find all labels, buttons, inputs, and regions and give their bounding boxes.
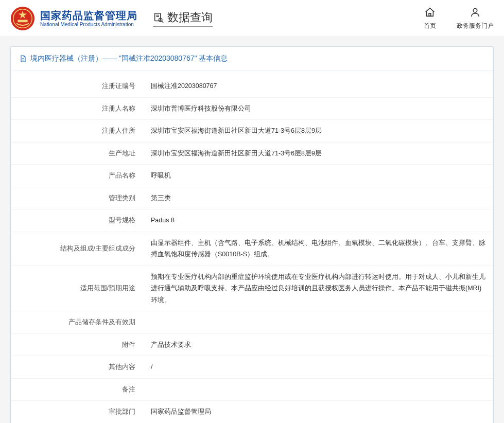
user-icon	[470, 7, 481, 20]
row-value	[145, 311, 493, 334]
row-label: 产品名称	[11, 165, 145, 187]
svg-rect-4	[155, 13, 161, 21]
nav-service-portal[interactable]: 政务服务门户	[457, 7, 494, 30]
row-value: 产品技术要求	[145, 333, 493, 356]
row-label: 管理类别	[11, 187, 145, 209]
data-query-heading: 数据查询	[153, 10, 213, 27]
nav-home[interactable]: 首页	[424, 7, 436, 30]
table-row: 结构及组成/主要组成成分由显示器组件、主机（含气路、电子系统、机械结构、电池组件…	[11, 232, 493, 266]
row-value: 由显示器组件、主机（含气路、电子系统、机械结构、电池组件、血氧模块、二氧化碳模块…	[145, 232, 493, 266]
row-value: 呼吸机	[145, 165, 493, 187]
row-value: /	[145, 356, 493, 379]
logo-block: 国家药品监督管理局 National Medical Products Admi…	[10, 6, 137, 31]
nav-home-label: 首页	[424, 22, 436, 30]
row-value-text: 第三类	[151, 195, 171, 202]
row-value: 国械注准20203080767	[145, 75, 493, 97]
row-label: 生产地址	[11, 142, 145, 165]
nav-portal-label: 政务服务门户	[457, 22, 494, 30]
search-document-icon	[153, 12, 164, 23]
table-row: 附件产品技术要求	[11, 333, 493, 356]
query-label: 数据查询	[167, 10, 213, 25]
row-label-text: 适用范围/预期用途	[80, 285, 135, 292]
org-name-cn: 国家药品监督管理局	[40, 9, 137, 22]
row-label: 其他内容	[11, 356, 145, 379]
row-value	[145, 378, 493, 401]
row-label-text: 产品名称	[109, 172, 135, 179]
row-value-text: /	[151, 363, 152, 371]
row-label-text: 附件	[122, 341, 135, 348]
content-panel: 境内医疗器械（注册）—— "国械注准20203080767" 基本信息 注册证编…	[10, 46, 494, 423]
row-label: 注册证编号	[11, 75, 145, 97]
row-label-text: 生产地址	[109, 150, 135, 157]
header-left: 国家药品监督管理局 National Medical Products Admi…	[10, 6, 213, 31]
row-value-text: 国械注准20203080767	[151, 82, 217, 90]
svg-point-10	[473, 8, 477, 12]
row-label: 适用范围/预期用途	[11, 266, 145, 311]
page-title: 境内医疗器械（注册）—— "国械注准20203080767" 基本信息	[30, 54, 228, 63]
svg-point-0	[11, 6, 34, 30]
row-value: 深圳市宝安区福海街道新田社区新田大道71-3号6层8层9层	[145, 120, 493, 143]
row-label-text: 备注	[122, 386, 135, 393]
row-label: 附件	[11, 333, 145, 356]
svg-rect-9	[429, 13, 431, 16]
row-label: 注册人住所	[11, 120, 145, 143]
site-header: 国家药品监督管理局 National Medical Products Admi…	[0, 0, 504, 37]
row-value-text: 产品技术要求	[151, 341, 191, 348]
row-value-text: 预期在专业医疗机构内部的重症监护环境使用或在专业医疗机构内部进行转运时使用。用于…	[151, 273, 485, 304]
row-value-text: 由显示器组件、主机（含气路、电子系统、机械结构、电池组件、血氧模块、二氧化碳模块…	[151, 239, 485, 258]
row-value: 预期在专业医疗机构内部的重症监护环境使用或在专业医疗机构内部进行转运时使用。用于…	[145, 266, 493, 311]
row-value: Padus 8	[145, 209, 493, 232]
document-icon	[19, 55, 27, 63]
row-label-text: 型号规格	[109, 217, 135, 224]
row-value-text: 深圳市普博医疗科技股份有限公司	[151, 105, 251, 112]
row-value-text: 国家药品监督管理局	[151, 408, 211, 415]
table-row: 其他内容/	[11, 356, 493, 379]
table-row: 审批部门国家药品监督管理局	[11, 401, 493, 424]
row-value: 第三类	[145, 187, 493, 209]
row-label: 备注	[11, 378, 145, 401]
row-value-text: Padus 8	[151, 217, 175, 224]
row-label: 产品储存条件及有效期	[11, 311, 145, 334]
table-row: 备注	[11, 378, 493, 401]
org-name-en: National Medical Products Administration	[40, 22, 137, 28]
table-row: 产品储存条件及有效期	[11, 311, 493, 334]
row-label-text: 注册证编号	[102, 82, 135, 90]
table-row: 注册人住所深圳市宝安区福海街道新田社区新田大道71-3号6层8层9层	[11, 120, 493, 143]
row-value: 国家药品监督管理局	[145, 401, 493, 424]
table-row: 适用范围/预期用途预期在专业医疗机构内部的重症监护环境使用或在专业医疗机构内部进…	[11, 266, 493, 311]
svg-rect-3	[18, 20, 27, 22]
row-label-text: 产品储存条件及有效期	[68, 319, 135, 326]
national-emblem-icon	[10, 6, 35, 31]
table-row: 产品名称呼吸机	[11, 165, 493, 187]
row-value-text: 深圳市宝安区福海街道新田社区新田大道71-3号6层8层9层	[151, 150, 322, 157]
org-names: 国家药品监督管理局 National Medical Products Admi…	[40, 9, 137, 28]
row-value-text: 深圳市宝安区福海街道新田社区新田大道71-3号6层8层9层	[151, 127, 322, 134]
row-value: 深圳市普博医疗科技股份有限公司	[145, 97, 493, 120]
svg-line-8	[162, 21, 163, 23]
top-nav: 首页 政务服务门户	[424, 7, 494, 30]
row-label-text: 管理类别	[109, 195, 135, 202]
row-label: 注册人名称	[11, 97, 145, 120]
row-label: 型号规格	[11, 209, 145, 232]
row-value: 深圳市宝安区福海街道新田社区新田大道71-3号6层8层9层	[145, 142, 493, 165]
row-value-text: 呼吸机	[151, 172, 171, 179]
row-label-text: 注册人名称	[102, 105, 135, 112]
table-row: 注册证编号国械注准20203080767	[11, 75, 493, 97]
row-label-text: 注册人住所	[102, 127, 135, 134]
table-row: 管理类别第三类	[11, 187, 493, 209]
table-row: 型号规格Padus 8	[11, 209, 493, 232]
row-label: 结构及组成/主要组成成分	[11, 232, 145, 266]
table-row: 生产地址深圳市宝安区福海街道新田社区新田大道71-3号6层8层9层	[11, 142, 493, 165]
home-icon	[424, 7, 436, 20]
row-label-text: 审批部门	[109, 408, 135, 415]
info-table: 注册证编号国械注准20203080767注册人名称深圳市普博医疗科技股份有限公司…	[11, 75, 493, 423]
table-row: 注册人名称深圳市普博医疗科技股份有限公司	[11, 97, 493, 120]
row-label: 审批部门	[11, 401, 145, 424]
page-title-bar: 境内医疗器械（注册）—— "国械注准20203080767" 基本信息	[11, 47, 493, 71]
row-label-text: 其他内容	[109, 363, 135, 371]
row-label-text: 结构及组成/主要组成成分	[60, 245, 135, 252]
